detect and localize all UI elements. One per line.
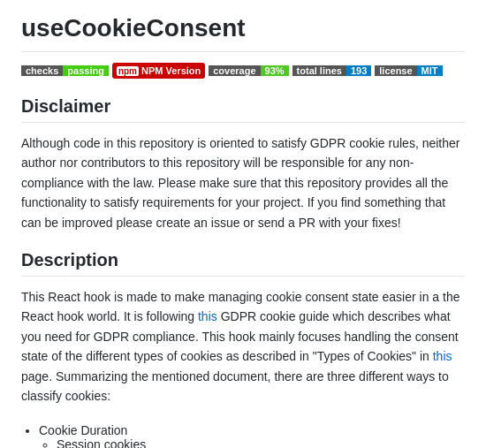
description-intro: This React hook is made to make managing… [21, 287, 465, 406]
list-item-session: Session cookies [57, 437, 465, 448]
disclaimer-title: Disclaimer [21, 96, 465, 123]
badge-license: license MIT [375, 63, 442, 79]
badge-coverage-label: coverage [209, 65, 260, 76]
badge-license-label: license [375, 65, 416, 76]
badge-coverage: coverage 93% [209, 63, 288, 79]
badge-checks-value: passing [63, 65, 109, 76]
badge-checks: checks passing [21, 63, 109, 79]
description-title: Description [21, 250, 465, 277]
description-end-text: page. Summarizing the mentioned document… [21, 369, 449, 403]
disclaimer-content: Although code in this repository is orie… [21, 133, 465, 232]
description-link-2[interactable]: this [433, 349, 452, 363]
badge-npm[interactable]: npm NPM Version [112, 63, 205, 79]
badge-lines: total lines 193 [292, 63, 372, 79]
list-item-duration: Cookie Duration Session cookies Persiste… [39, 423, 465, 448]
list-item-session-label: Session cookies [57, 437, 146, 448]
badges-container: checks passing npm NPM Version coverage … [21, 63, 465, 79]
list-item-duration-label: Cookie Duration [39, 423, 127, 437]
page-title: useCookieConsent [21, 14, 465, 52]
badge-lines-label: total lines [292, 65, 346, 76]
cookie-types-list: Cookie Duration Session cookies Persiste… [39, 423, 465, 448]
description-link-1[interactable]: this [198, 309, 217, 323]
badge-npm-label: NPM Version [141, 65, 201, 76]
badge-checks-label: checks [21, 65, 63, 76]
badge-coverage-value: 93% [261, 65, 289, 76]
badge-lines-value: 193 [346, 65, 371, 76]
npm-icon: npm [117, 66, 139, 76]
list-duration-children: Session cookies Persistent cookies [57, 437, 465, 448]
badge-license-value: MIT [417, 65, 443, 76]
